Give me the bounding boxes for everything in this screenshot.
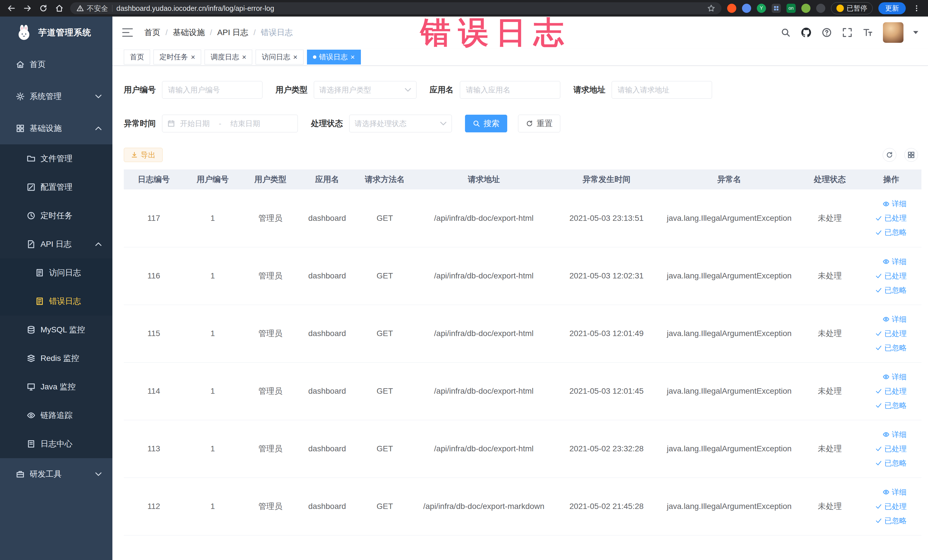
cell-exception-name: java.lang.IllegalArgumentException: [660, 247, 799, 305]
reload-icon[interactable]: [38, 3, 49, 14]
mark-ignored-link[interactable]: 已忽略: [861, 398, 907, 412]
table-row: 117 1 管理员 dashboard GET /api/infra/db-do…: [124, 189, 922, 247]
mark-ignored-link[interactable]: 已忽略: [861, 225, 907, 240]
cell-log-id: 112: [124, 478, 184, 535]
user-type-select[interactable]: 请选择用户类型: [314, 81, 417, 99]
tab-close-icon[interactable]: ×: [242, 53, 246, 61]
filter-label: 处理状态: [311, 118, 343, 129]
forward-icon[interactable]: [22, 3, 32, 14]
hamburger-icon[interactable]: [122, 28, 133, 37]
refresh-table-button[interactable]: [883, 148, 896, 162]
sidebar-item-home[interactable]: 首页: [0, 49, 112, 81]
mark-processed-link[interactable]: 已处理: [861, 499, 907, 514]
extension-paw-icon[interactable]: [816, 4, 825, 13]
error-log-table: 日志编号 用户编号 用户类型 应用名 请求方法名 请求地址 异常发生时间 异常名…: [124, 169, 922, 536]
search-icon[interactable]: [780, 27, 791, 38]
sidebar-item-error-log[interactable]: 错误日志: [0, 287, 112, 316]
mark-processed-link[interactable]: 已处理: [861, 384, 907, 398]
sidebar-item-file-management[interactable]: 文件管理: [0, 144, 112, 173]
mark-ignored-link[interactable]: 已忽略: [861, 514, 907, 528]
sidebar-item-java-monitor[interactable]: Java 监控: [0, 372, 112, 401]
reset-button[interactable]: 重置: [518, 115, 560, 132]
user-id-input[interactable]: [162, 81, 263, 99]
cell-request-url: /api/infra/db-doc/export-html: [414, 305, 553, 362]
mark-ignored-link[interactable]: 已忽略: [861, 340, 907, 355]
detail-label: 详细: [892, 430, 907, 439]
detail-link[interactable]: 详细: [861, 370, 907, 384]
mark-ignored-link[interactable]: 已忽略: [861, 456, 907, 470]
tab-access-log[interactable]: 访问日志 ×: [256, 50, 303, 64]
mark-processed-link[interactable]: 已处理: [861, 442, 907, 456]
redis-icon: [27, 354, 35, 363]
extension-leaf-icon[interactable]: [801, 4, 810, 13]
detail-link[interactable]: 详细: [861, 255, 907, 269]
detail-link[interactable]: 详细: [861, 312, 907, 327]
request-url-input[interactable]: [612, 81, 712, 99]
paused-pill-button[interactable]: 已暂停: [831, 2, 873, 14]
cell-log-id: 116: [124, 247, 184, 305]
extension-orange-icon[interactable]: [727, 4, 736, 13]
home-icon: [16, 60, 24, 69]
cell-method: GET: [355, 478, 414, 535]
cell-exception-name: java.lang.IllegalArgumentException: [660, 362, 799, 420]
sidebar-item-scheduled-tasks[interactable]: 定时任务: [0, 201, 112, 230]
cell-app-name: dashboard: [299, 420, 355, 478]
security-label: 不安全: [87, 4, 108, 13]
sidebar-item-redis-monitor[interactable]: Redis 监控: [0, 344, 112, 372]
mark-processed-link[interactable]: 已处理: [861, 327, 907, 340]
process-status-select[interactable]: 请选择处理状态: [349, 115, 452, 132]
detail-link[interactable]: 详细: [861, 197, 907, 211]
date-range-picker[interactable]: 开始日期 - 结束日期: [162, 115, 298, 132]
home-nav-icon[interactable]: [54, 3, 64, 14]
help-icon[interactable]: [821, 27, 832, 38]
detail-link[interactable]: 详细: [861, 427, 907, 442]
logo-area[interactable]: 芋道管理系统: [0, 17, 112, 49]
avatar[interactable]: [883, 22, 904, 43]
tab-close-icon[interactable]: ×: [293, 53, 297, 61]
extension-grid-icon[interactable]: [772, 4, 781, 13]
avatar-caret-icon[interactable]: [913, 31, 918, 34]
cell-process-status: 未处理: [799, 362, 861, 420]
tab-close-icon[interactable]: ×: [351, 53, 355, 61]
breadcrumb-home[interactable]: 首页: [144, 27, 160, 38]
column-settings-button[interactable]: [904, 148, 918, 162]
sidebar-item-log-center[interactable]: 日志中心: [0, 430, 112, 458]
breadcrumb-infrastructure[interactable]: 基础设施: [173, 27, 205, 38]
back-icon[interactable]: [6, 3, 17, 14]
extension-green-icon[interactable]: Y: [757, 4, 766, 13]
sidebar-item-system-management[interactable]: 系统管理: [0, 81, 112, 112]
tab-error-log[interactable]: 错误日志 ×: [307, 50, 361, 64]
browser-menu-icon[interactable]: [911, 3, 922, 14]
tab-scheduled-tasks[interactable]: 定时任务 ×: [154, 50, 201, 64]
github-icon[interactable]: [801, 27, 812, 38]
sidebar-item-trace[interactable]: 链路追踪: [0, 401, 112, 430]
not-secure-warning-icon: [76, 5, 84, 12]
sidebar-item-mysql-monitor[interactable]: MySQL 监控: [0, 316, 112, 344]
mark-processed-link[interactable]: 已处理: [861, 211, 907, 225]
tab-close-icon[interactable]: ×: [191, 53, 195, 61]
fullscreen-icon[interactable]: [842, 27, 853, 38]
address-bar[interactable]: 不安全 dashboard.yudao.iocoder.cn/infra/log…: [70, 2, 722, 14]
export-button[interactable]: 导出: [124, 148, 163, 162]
sidebar-item-config-management[interactable]: 配置管理: [0, 173, 112, 201]
check-icon: [875, 517, 882, 524]
sidebar-item-devtools[interactable]: 研发工具: [0, 458, 112, 490]
mark-processed-link[interactable]: 已处理: [861, 269, 907, 283]
sidebar-item-api-logs[interactable]: API 日志: [0, 230, 112, 258]
font-size-icon[interactable]: [862, 27, 873, 38]
header-exception-name: 异常名: [660, 169, 799, 189]
extension-drop-icon[interactable]: [742, 4, 751, 13]
tab-home[interactable]: 首页: [124, 50, 150, 64]
mark-ignored-link[interactable]: 已忽略: [861, 283, 907, 297]
app-name-input[interactable]: [460, 81, 560, 99]
search-button[interactable]: 搜索: [465, 115, 507, 132]
sidebar-item-infrastructure[interactable]: 基础设施: [0, 112, 112, 144]
extension-on-badge[interactable]: on: [786, 4, 796, 13]
sidebar-item-access-log[interactable]: 访问日志: [0, 258, 112, 287]
breadcrumb-api-logs[interactable]: API 日志: [217, 27, 249, 38]
bookmark-star-icon[interactable]: [707, 4, 715, 12]
chevron-up-icon: [95, 242, 102, 246]
detail-link[interactable]: 详细: [861, 485, 907, 499]
tab-schedule-log[interactable]: 调度日志 ×: [205, 50, 252, 64]
update-button[interactable]: 更新: [878, 2, 906, 14]
